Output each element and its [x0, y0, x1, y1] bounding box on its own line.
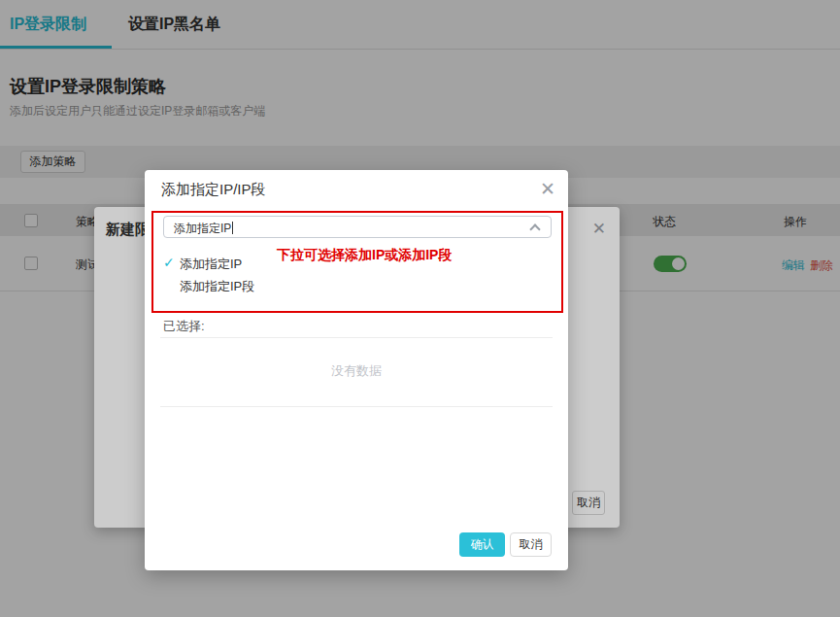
divider: [160, 406, 553, 407]
chevron-up-icon: [529, 223, 540, 234]
empty-state-text: 没有数据: [145, 362, 568, 380]
add-ip-modal-title: 添加指定IP/IP段: [161, 181, 266, 199]
front-modal-cancel-button[interactable]: 取消: [510, 532, 552, 557]
option-add-ip[interactable]: 添加指定IP: [180, 256, 242, 273]
option-add-ip-range[interactable]: 添加指定IP段: [180, 278, 254, 295]
check-icon: ✓: [163, 255, 175, 270]
screen: IP登录限制 设置IP黑名单 设置IP登录限制策略 添加后设定用户只能通过设定I…: [0, 0, 840, 617]
ip-type-select[interactable]: 添加指定IP: [163, 216, 552, 238]
ip-type-select-value: 添加指定IP: [174, 221, 233, 237]
divider: [160, 337, 553, 338]
confirm-button[interactable]: 确认: [459, 532, 505, 557]
text-cursor: [232, 222, 233, 234]
close-icon[interactable]: ✕: [540, 178, 555, 200]
add-ip-modal: 添加指定IP/IP段 ✕ 添加指定IP ✓ 添加指定IP 添加指定IP段 下拉可…: [145, 170, 568, 570]
red-annotation-text: 下拉可选择添加IP或添加IP段: [277, 247, 452, 264]
selected-label: 已选择:: [163, 318, 205, 335]
